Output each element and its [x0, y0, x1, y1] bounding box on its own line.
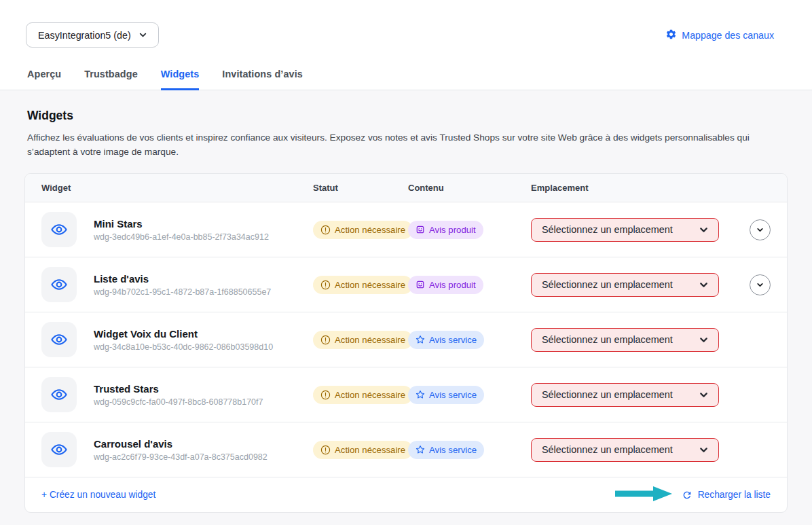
widget-id: wdg-34c8a10e-b53c-40dc-9862-086b03598d10	[94, 342, 273, 352]
column-header-statut: Statut	[313, 183, 408, 193]
content-label: Avis service	[429, 335, 477, 345]
alert-circle-icon	[320, 335, 331, 345]
create-widget-label: + Créez un nouveau widget	[41, 490, 155, 500]
placement-select[interactable]: Sélectionnez un emplacement	[531, 328, 719, 352]
column-header-contenu: Contenu	[408, 183, 531, 193]
channel-mapping-link[interactable]: Mappage des canaux	[665, 29, 774, 42]
column-header-emplacement: Emplacement	[531, 183, 750, 193]
column-header-widget: Widget	[41, 183, 313, 193]
status-badge: Action nécessaire	[313, 221, 413, 239]
content-label: Avis produit	[429, 280, 476, 290]
channel-mapping-label: Mappage des canaux	[682, 30, 774, 41]
placement-select[interactable]: Sélectionnez un emplacement	[531, 273, 719, 297]
content-badge: Avis service	[408, 331, 484, 349]
status-label: Action nécessaire	[335, 280, 405, 290]
placement-select[interactable]: Sélectionnez un emplacement	[531, 438, 719, 462]
tab-widgets[interactable]: Widgets	[161, 69, 200, 90]
table-footer: + Créez un nouveau widget Recharger la l…	[25, 477, 787, 512]
product-review-icon	[416, 225, 425, 234]
product-review-icon	[416, 280, 425, 289]
content-badge: Avis service	[408, 441, 484, 459]
chevron-down-icon	[756, 225, 764, 234]
preview-widget-button[interactable]	[41, 212, 77, 247]
status-badge: Action nécessaire	[313, 386, 413, 404]
chevron-down-icon	[756, 280, 764, 289]
annotation-arrow-icon	[614, 484, 673, 507]
widget-name: Carrousel d'avis	[94, 438, 267, 450]
alert-circle-icon	[320, 390, 331, 400]
reload-list-label: Recharger la liste	[698, 490, 771, 500]
content-badge: Avis produit	[408, 221, 483, 239]
tab-trustbadge[interactable]: Trustbadge	[84, 69, 138, 90]
service-review-icon	[416, 335, 425, 344]
placement-value: Sélectionnez un emplacement	[542, 444, 673, 455]
tab-invitations-avis[interactable]: Invitations d’avis	[222, 69, 303, 90]
widget-id: wdg-059c9cfc-fa00-497f-8bc8-608778b170f7	[94, 397, 263, 407]
status-badge: Action nécessaire	[313, 441, 413, 459]
placement-select[interactable]: Sélectionnez un emplacement	[531, 383, 719, 407]
tab-apercu[interactable]: Aperçu	[27, 69, 61, 90]
table-row: Liste d'avis wdg-94b702c1-95c1-4872-b87a…	[25, 257, 787, 312]
content-badge: Avis service	[408, 386, 484, 404]
status-label: Action nécessaire	[335, 390, 405, 400]
chevron-down-icon	[698, 444, 709, 456]
status-label: Action nécessaire	[335, 225, 405, 235]
create-widget-link[interactable]: + Créez un nouveau widget	[41, 490, 155, 500]
eye-icon	[50, 441, 68, 458]
expand-row-button[interactable]	[750, 219, 771, 240]
table-header: Widget Statut Contenu Emplacement	[25, 174, 787, 202]
content-badge: Avis produit	[408, 276, 483, 294]
shop-selector-dropdown[interactable]: EasyIntegration5 (de)	[26, 22, 159, 48]
widget-name: Widget Voix du Client	[94, 328, 273, 340]
service-review-icon	[416, 445, 425, 454]
widget-id: wdg-ac2c6f79-93ce-43df-a07a-8c375acd0982	[94, 452, 267, 462]
content-label: Avis produit	[429, 225, 476, 235]
chevron-down-icon	[698, 334, 709, 346]
table-row: Widget Voix du Client wdg-34c8a10e-b53c-…	[25, 312, 787, 367]
widget-name: Liste d'avis	[94, 273, 271, 285]
status-label: Action nécessaire	[335, 445, 405, 455]
preview-widget-button[interactable]	[41, 322, 77, 357]
shop-selector-value: EasyIntegration5 (de)	[38, 30, 131, 41]
eye-icon	[50, 386, 68, 403]
placement-select[interactable]: Sélectionnez un emplacement	[531, 218, 719, 242]
widget-name: Mini Stars	[94, 218, 269, 230]
chevron-down-icon	[698, 224, 709, 236]
eye-icon	[50, 331, 68, 348]
preview-widget-button[interactable]	[41, 267, 77, 302]
chevron-down-icon	[698, 389, 709, 401]
table-row: Carrousel d'avis wdg-ac2c6f79-93ce-43df-…	[25, 422, 787, 477]
content-label: Avis service	[429, 445, 477, 455]
main-content: Widgets Affichez les évaluations de vos …	[0, 90, 812, 513]
table-body: Mini Stars wdg-3edc49b6-a1ef-4e0a-bb85-2…	[25, 202, 787, 477]
widget-id: wdg-94b702c1-95c1-4872-b87a-1f68850655e7	[94, 287, 271, 297]
placement-value: Sélectionnez un emplacement	[542, 389, 673, 400]
preview-widget-button[interactable]	[41, 432, 77, 467]
widget-name: Trusted Stars	[94, 383, 263, 395]
table-row: Trusted Stars wdg-059c9cfc-fa00-497f-8bc…	[25, 367, 787, 422]
tab-bar: Aperçu Trustbadge Widgets Invitations d’…	[27, 69, 303, 90]
status-badge: Action nécessaire	[313, 331, 413, 349]
reload-list-link[interactable]: Recharger la liste	[682, 490, 771, 501]
service-review-icon	[416, 390, 425, 399]
topbar: EasyIntegration5 (de) Mappage des canaux…	[0, 0, 812, 90]
table-row: Mini Stars wdg-3edc49b6-a1ef-4e0a-bb85-2…	[25, 202, 787, 257]
refresh-icon	[682, 490, 693, 501]
chevron-down-icon	[138, 30, 148, 40]
status-badge: Action nécessaire	[313, 276, 413, 294]
widgets-table-card: Widget Statut Contenu Emplacement Mini S…	[24, 173, 788, 513]
placement-value: Sélectionnez un emplacement	[542, 279, 673, 290]
alert-circle-icon	[320, 225, 331, 235]
reload-group: Recharger la liste	[614, 484, 771, 507]
placement-value: Sélectionnez un emplacement	[542, 224, 673, 235]
gear-icon	[665, 29, 677, 42]
preview-widget-button[interactable]	[41, 377, 77, 412]
page-title: Widgets	[27, 109, 788, 123]
status-label: Action nécessaire	[335, 335, 405, 345]
chevron-down-icon	[698, 279, 709, 291]
expand-row-button[interactable]	[750, 274, 771, 295]
alert-circle-icon	[320, 280, 331, 290]
widget-id: wdg-3edc49b6-a1ef-4e0a-bb85-2f73a34ac912	[94, 232, 269, 242]
placement-value: Sélectionnez un emplacement	[542, 334, 673, 345]
alert-circle-icon	[320, 445, 331, 455]
